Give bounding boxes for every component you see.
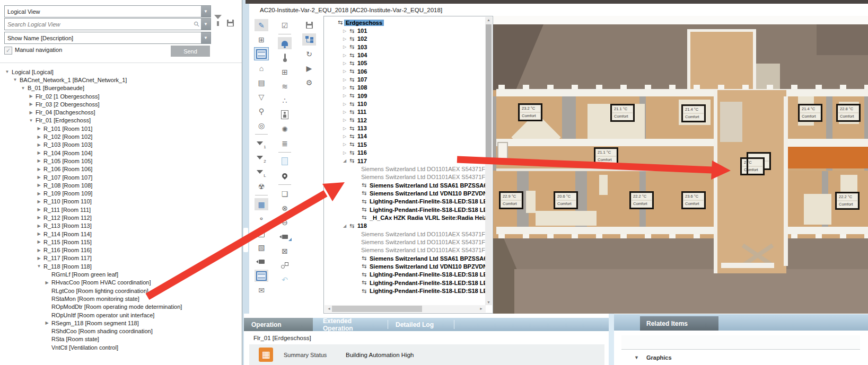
home-icon[interactable]: ⌂ bbox=[255, 62, 268, 74]
expand-icon[interactable]: ▷ bbox=[341, 61, 348, 66]
layer-tree-item[interactable]: ▷⇆114 bbox=[324, 132, 486, 140]
building-icon[interactable]: ▦ bbox=[255, 198, 268, 210]
expand-icon[interactable]: ▶ bbox=[28, 110, 34, 115]
layer-tree-item[interactable]: ▷⇆113 bbox=[324, 124, 486, 132]
temp-widget[interactable]: 21.1 °CComfort bbox=[594, 147, 618, 165]
related-items-group-graphics[interactable]: ▼ Graphics bbox=[634, 354, 672, 361]
expand-icon[interactable]: ▷ bbox=[341, 110, 348, 114]
layer-tree-item[interactable]: ▷⇆107 bbox=[324, 75, 486, 83]
layer-tree-item[interactable]: ⇆Siemens Switzerland Ltd SSA61 BPZSSA61 … bbox=[324, 181, 486, 189]
display-mode-selector[interactable]: Show Name [Description] ▼ bbox=[4, 32, 211, 44]
layer-tree-item[interactable]: Siemens Switzerland Ltd DO1101AEX S54371… bbox=[324, 230, 486, 238]
pen-icon[interactable]: ✎ bbox=[255, 19, 268, 31]
tree-item[interactable]: ▶R_114 [Room 114] bbox=[0, 230, 239, 238]
expand-icon[interactable]: ▶ bbox=[36, 199, 42, 204]
camera-icon[interactable] bbox=[255, 255, 268, 268]
settings-icon[interactable]: ⚙ bbox=[302, 76, 316, 88]
room-widget-icon[interactable] bbox=[255, 270, 268, 282]
comment-icon[interactable]: ✉ bbox=[255, 284, 268, 296]
tree-item[interactable]: ▶R_105 [Room 105] bbox=[0, 157, 239, 165]
thermometer-icon[interactable] bbox=[278, 51, 292, 64]
lighting-icon[interactable]: ✺ bbox=[278, 123, 292, 135]
save-icon[interactable] bbox=[302, 19, 316, 31]
layer-tree-item[interactable]: ◢⇆118 bbox=[324, 222, 486, 230]
scroll-down-icon[interactable]: ▼ bbox=[485, 300, 492, 304]
layer-tree-item[interactable]: ▷⇆116 bbox=[324, 149, 486, 157]
expand-icon[interactable]: ▶ bbox=[36, 126, 42, 131]
expand-icon[interactable]: ▷ bbox=[341, 126, 348, 131]
tree-item[interactable]: ▶R_101 [Room 101] bbox=[0, 124, 239, 132]
collapse-icon[interactable]: ▼ bbox=[12, 77, 18, 82]
tree-item[interactable]: RGrnLf [Room green leaf] bbox=[0, 270, 239, 278]
layer-tree-item[interactable]: ▷⇆110 bbox=[324, 100, 486, 108]
expand-icon[interactable]: ▷ bbox=[341, 150, 348, 155]
tree-item[interactable]: ▼Flr_01 [Erdgeschoss] bbox=[0, 117, 239, 124]
expand-icon[interactable]: ▷ bbox=[341, 93, 348, 98]
tree-item[interactable]: ▶R_115 [Room 115] bbox=[0, 238, 239, 246]
expand-icon[interactable]: ▷ bbox=[341, 85, 348, 90]
dismiss-icon[interactable]: ⊗ bbox=[278, 202, 292, 214]
layer-tree-item[interactable]: Siemens Switzerland Ltd DO1101AEX S54371… bbox=[324, 173, 486, 181]
tree-item[interactable]: ▼R_118 [Room 118] bbox=[0, 262, 239, 270]
layer-tree-item[interactable]: ▷⇆115 bbox=[324, 140, 486, 148]
expand-icon[interactable]: ▶ bbox=[36, 215, 42, 220]
filter-1-icon[interactable]: 1 bbox=[255, 137, 268, 149]
layer-tree-item[interactable]: ▷⇆111 bbox=[324, 108, 486, 116]
tree-item[interactable]: ▶R_113 [Room 113] bbox=[0, 222, 239, 230]
vertical-scrollbar[interactable]: ▲ ▼ bbox=[485, 17, 492, 305]
undo-icon[interactable]: ↶ bbox=[278, 273, 292, 286]
tree-item[interactable]: VntCtl [Ventilation control] bbox=[0, 343, 239, 351]
block-icon[interactable]: ⊖ bbox=[278, 216, 292, 228]
layer-tree-item[interactable]: Siemens Switzerland Ltd DO1101AEX S54371… bbox=[324, 165, 486, 173]
chevron-down-icon[interactable]: ▼ bbox=[201, 19, 211, 30]
expand-icon[interactable]: ▶ bbox=[36, 256, 42, 261]
expand-icon[interactable]: ▷ bbox=[341, 53, 348, 58]
expand-icon[interactable]: ▶ bbox=[36, 175, 42, 180]
expand-icon[interactable]: ▶ bbox=[36, 167, 42, 172]
expand-icon[interactable]: ▶ bbox=[36, 191, 42, 196]
tree-item[interactable]: ▼B_01 [Buergebaeude] bbox=[0, 84, 239, 92]
scrollbar-thumb[interactable] bbox=[332, 306, 422, 312]
play-icon[interactable]: ▶ bbox=[302, 62, 316, 74]
tree-item[interactable]: ▶R_109 [Room 109] bbox=[0, 189, 239, 197]
zoom-disabled-icon[interactable]: ⚲ bbox=[255, 105, 268, 117]
temp-widget[interactable]: 22.9 °CComfort bbox=[499, 191, 523, 209]
tab-operation[interactable]: Operation bbox=[244, 318, 313, 331]
shade-icon[interactable]: ▽ bbox=[255, 91, 268, 103]
collapse-icon[interactable]: ◢ bbox=[341, 158, 348, 163]
new-document-icon[interactable]: ❏ bbox=[278, 188, 292, 200]
collapse-icon[interactable]: ◢ bbox=[341, 224, 348, 228]
blinds-icon[interactable]: ≣ bbox=[278, 137, 292, 149]
tab-detailed-log[interactable]: Detailed Log bbox=[388, 318, 454, 331]
layer-tree-item[interactable]: ⇆Lighting-Pendant-Finelite-S18-LED:S18 L… bbox=[324, 287, 486, 295]
expand-icon[interactable]: ▷ bbox=[341, 77, 348, 82]
temp-widget[interactable]: 2 °CComfort bbox=[740, 157, 765, 175]
filter-l-icon[interactable]: L bbox=[255, 166, 268, 178]
expand-icon[interactable]: ▷ bbox=[341, 134, 348, 139]
layer-tree-item[interactable]: ⇆Siemens Switzerland Ltd VDN110 BPZVDN1 bbox=[324, 189, 486, 197]
tree-item[interactable]: ▼Logical [Logical] bbox=[0, 68, 239, 76]
tree-item[interactable]: ROpModDtr [Room operating mode determina… bbox=[0, 303, 239, 311]
filter-icon[interactable] bbox=[214, 19, 222, 25]
site-plan-icon[interactable]: ▧ bbox=[255, 241, 268, 253]
expand-icon[interactable]: ▷ bbox=[341, 29, 348, 33]
occupancy-icon[interactable] bbox=[278, 109, 292, 121]
tree-item[interactable]: ▶Flr_03 [2 Obergeschoss] bbox=[0, 100, 239, 108]
temp-widget[interactable]: 23.6 °CComfort bbox=[681, 191, 706, 209]
tree-item[interactable]: ▶R_117 [Room 117] bbox=[0, 254, 239, 262]
expand-icon[interactable]: ▶ bbox=[44, 280, 50, 285]
layer-tree-item[interactable]: ▷⇆106 bbox=[324, 67, 486, 75]
layer-tree-item[interactable]: ⇆Lighting-Pendant-Finelite-S18-LED:S18 L… bbox=[324, 206, 486, 213]
tree-item[interactable]: RSta [Room state] bbox=[0, 335, 239, 343]
floorplan-viewport[interactable]: 23.2 °CComfort21.1 °CComfort21.4 °CComfo… bbox=[493, 16, 868, 314]
expand-icon[interactable]: ▷ bbox=[341, 69, 348, 74]
pdf-export-icon[interactable] bbox=[278, 155, 292, 167]
tree-item[interactable]: ▶R_104 [Room 104] bbox=[0, 149, 239, 157]
tree-item[interactable]: ▶R_112 [Room 112] bbox=[0, 213, 239, 221]
report-icon[interactable]: ▤ bbox=[255, 76, 268, 88]
tree-item[interactable]: RLgtCoo [Room lighting coordination] bbox=[0, 287, 239, 295]
key-icon[interactable]: ⚬ bbox=[255, 212, 268, 225]
tree-item[interactable]: ▶R_116 [Room 116] bbox=[0, 246, 239, 254]
chevron-down-icon[interactable]: ▼ bbox=[201, 32, 211, 43]
layer-tree-item[interactable]: ▷⇆105 bbox=[324, 59, 486, 67]
